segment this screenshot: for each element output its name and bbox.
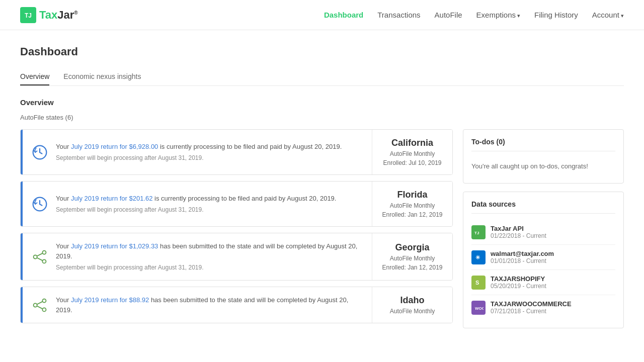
svg-point-11: [34, 303, 37, 307]
state-name-georgia: Georgia: [395, 242, 429, 253]
nav-account[interactable]: Account: [592, 11, 624, 19]
svg-line-13: [37, 306, 43, 308]
filing-sub-3: September will begin processing after Au…: [56, 263, 364, 272]
svg-point-9: [42, 299, 46, 302]
state-card-georgia: Georgia AutoFile Monthly Enrolled: Jan 1…: [372, 233, 452, 280]
share-icon-3: [31, 248, 49, 266]
filing-card-2: Your July 2019 return for $201.62 is cur…: [20, 181, 453, 227]
datasource-date-4: 07/21/2018 - Current: [491, 308, 572, 315]
right-panel: To-dos (0) You're all caught up on to-do…: [463, 129, 624, 328]
datasource-icon-api: TJ: [471, 225, 486, 239]
filings-list: Your July 2019 return for $6,928.00 is c…: [20, 129, 453, 328]
datasource-info-3: TAXJARSHOPIFY 05/20/2019 - Current: [491, 275, 546, 290]
svg-point-6: [34, 255, 37, 258]
filing-card-4: Your July 2019 return for $88.92 has bee…: [20, 287, 453, 323]
datasource-icon-shopify: S: [471, 276, 486, 290]
filing-link-3[interactable]: July 2019 return for $1,029.33: [71, 242, 158, 250]
datasources-box: Data sources TJ TaxJar API 01/22/2018 - …: [463, 192, 624, 328]
svg-point-5: [42, 259, 46, 263]
card-body-4: Your July 2019 return for $88.92 has bee…: [23, 287, 372, 323]
svg-point-4: [42, 250, 46, 254]
tab-economic-nexus[interactable]: Economic nexus insights: [63, 68, 141, 85]
svg-line-7: [37, 253, 43, 255]
datasource-item-1: TJ TaxJar API 01/22/2018 - Current: [471, 220, 615, 245]
section-label: Overview: [20, 98, 624, 107]
state-card-florida: Florida AutoFile Monthly Enrolled: Jan 1…: [372, 182, 452, 226]
datasource-icon-walmart: ✳: [471, 250, 486, 264]
datasource-name-3: TAXJARSHOPIFY: [491, 275, 546, 283]
filing-prefix-2: Your: [56, 195, 71, 202]
autofile-count: AutoFile states (6): [20, 114, 624, 121]
filing-prefix-4: Your: [56, 296, 71, 304]
datasource-item-3: S TAXJARSHOPIFY 05/20/2019 - Current: [471, 270, 615, 295]
datasource-date-3: 05/20/2019 - Current: [491, 283, 546, 290]
todos-box: To-dos (0) You're all caught up on to-do…: [463, 129, 624, 184]
filing-link-2[interactable]: July 2019 return for $201.62: [71, 195, 153, 202]
filing-text-2: Your July 2019 return for $201.62 is cur…: [56, 194, 364, 215]
filing-text-1: Your July 2019 return for $6,928.00 is c…: [56, 142, 364, 163]
logo-text: TaxJar®: [39, 9, 78, 22]
state-type-florida: AutoFile Monthly: [390, 202, 435, 209]
datasource-name-4: TAXJARWOOCOMMERCE: [491, 300, 572, 308]
datasources-title: Data sources: [471, 200, 615, 214]
state-type-idaho: AutoFile Monthly: [390, 308, 435, 315]
filing-prefix-1: Your: [56, 143, 71, 150]
logo-icon: TJ: [20, 7, 36, 23]
state-type-georgia: AutoFile Monthly: [390, 255, 435, 262]
svg-line-8: [37, 257, 43, 260]
state-enrolled-florida: Enrolled: Jan 12, 2019: [382, 211, 442, 218]
filing-sub-2: September will begin processing after Au…: [56, 205, 364, 214]
nav-autofile[interactable]: AutoFile: [435, 11, 462, 19]
header: TJ TaxJar® Dashboard Transactions AutoFi…: [0, 0, 644, 30]
filing-card-3: Your July 2019 return for $1,029.33 has …: [20, 233, 453, 281]
datasource-item-4: WOO TAXJARWOOCOMMERCE 07/21/2018 - Curre…: [471, 295, 615, 320]
datasource-name-2: walmart@taxjar.com: [491, 250, 554, 257]
filing-card-1: Your July 2019 return for $6,928.00 is c…: [20, 129, 453, 175]
state-enrolled-georgia: Enrolled: Jan 12, 2019: [382, 264, 442, 271]
datasource-info-4: TAXJARWOOCOMMERCE 07/21/2018 - Current: [491, 300, 572, 315]
tab-overview[interactable]: Overview: [20, 68, 49, 85]
filing-suffix-2: is currently processing to be filed and …: [153, 195, 337, 202]
filing-suffix-1: is currently processing to be filed and …: [158, 143, 342, 150]
card-body-3: Your July 2019 return for $1,029.33 has …: [23, 233, 372, 280]
filing-sub-1: September will begin processing after Au…: [56, 153, 364, 162]
nav-dashboard[interactable]: Dashboard: [324, 11, 363, 19]
todos-title: To-dos (0): [471, 138, 615, 151]
nav-filing-history[interactable]: Filing History: [534, 11, 578, 19]
svg-text:TJ: TJ: [25, 12, 32, 19]
svg-text:✳: ✳: [475, 254, 480, 260]
svg-text:S: S: [475, 280, 479, 286]
state-enrolled-california: Enrolled: Jul 10, 2019: [383, 159, 441, 166]
state-card-california: California AutoFile Monthly Enrolled: Ju…: [372, 130, 452, 174]
nav-transactions[interactable]: Transactions: [377, 11, 420, 19]
state-card-idaho: Idaho AutoFile Monthly: [372, 287, 452, 323]
datasource-item-2: ✳ walmart@taxjar.com 01/01/2018 - Curren…: [471, 245, 615, 270]
datasource-info-1: TaxJar API 01/22/2018 - Current: [491, 225, 546, 239]
svg-point-10: [42, 308, 46, 311]
clock-icon-2: [31, 195, 49, 213]
filing-prefix-3: Your: [56, 242, 71, 250]
nav-exemptions[interactable]: Exemptions: [476, 11, 520, 19]
state-name-california: California: [391, 138, 433, 148]
state-name-florida: Florida: [397, 190, 427, 200]
state-type-california: AutoFile Monthly: [390, 150, 435, 157]
filing-text-3: Your July 2019 return for $1,029.33 has …: [56, 241, 364, 272]
share-icon-4: [31, 296, 49, 314]
state-name-idaho: Idaho: [400, 295, 425, 306]
datasource-name-1: TaxJar API: [491, 225, 546, 232]
filing-link-1[interactable]: July 2019 return for $6,928.00: [71, 143, 158, 150]
logo: TJ TaxJar®: [20, 7, 78, 23]
svg-text:TJ: TJ: [474, 231, 479, 235]
filing-text-4: Your July 2019 return for $88.92 has bee…: [56, 295, 364, 315]
page-content: Dashboard Overview Economic nexus insigh…: [0, 30, 644, 343]
page-title: Dashboard: [20, 45, 624, 58]
datasource-icon-woo: WOO: [471, 301, 486, 315]
tabs: Overview Economic nexus insights: [20, 68, 624, 86]
main-layout: Your July 2019 return for $6,928.00 is c…: [20, 129, 624, 328]
datasource-date-1: 01/22/2018 - Current: [491, 232, 546, 239]
card-body-1: Your July 2019 return for $6,928.00 is c…: [23, 130, 372, 174]
svg-line-12: [37, 301, 43, 304]
datasource-date-2: 01/01/2018 - Current: [491, 257, 554, 264]
filing-link-4[interactable]: July 2019 return for $88.92: [71, 296, 149, 304]
datasource-info-2: walmart@taxjar.com 01/01/2018 - Current: [491, 250, 554, 264]
